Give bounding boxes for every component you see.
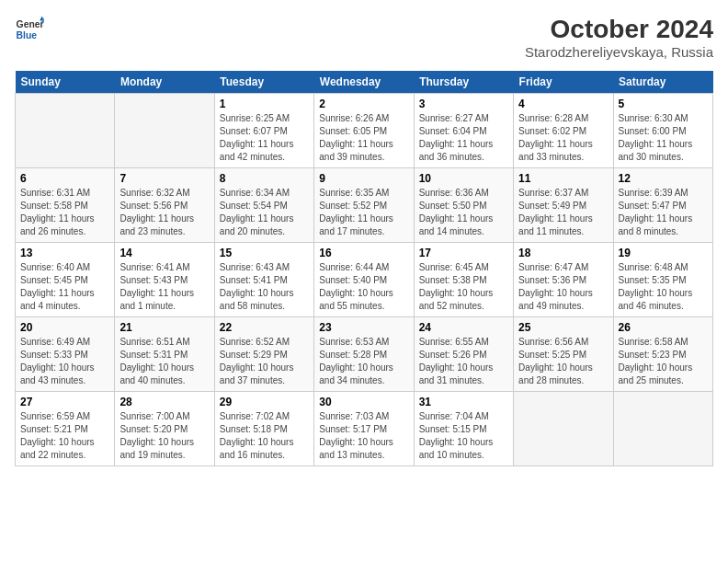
day-info: Sunrise: 6:56 AMSunset: 5:25 PMDaylight:… [518,336,608,387]
calendar-cell: 9Sunrise: 6:35 AMSunset: 5:52 PMDaylight… [314,168,414,243]
page-subtitle: Starodzhereliyevskaya, Russia [525,44,713,60]
day-info: Sunrise: 6:47 AMSunset: 5:36 PMDaylight:… [518,261,608,313]
day-number: 29 [220,396,309,408]
calendar-cell: 22Sunrise: 6:52 AMSunset: 5:29 PMDayligh… [214,317,313,392]
calendar-cell: 29Sunrise: 7:02 AMSunset: 5:18 PMDayligh… [214,392,313,466]
header-wednesday: Wednesday [314,71,414,94]
calendar-cell: 12Sunrise: 6:39 AMSunset: 5:47 PMDayligh… [613,168,712,243]
calendar-cell: 17Sunrise: 6:45 AMSunset: 5:38 PMDayligh… [414,243,513,317]
day-number: 31 [419,396,508,408]
calendar-cell: 3Sunrise: 6:27 AMSunset: 6:04 PMDaylight… [414,94,513,168]
calendar-cell: 25Sunrise: 6:56 AMSunset: 5:25 PMDayligh… [514,317,613,392]
calendar-cell: 10Sunrise: 6:36 AMSunset: 5:50 PMDayligh… [414,168,513,243]
day-info: Sunrise: 6:40 AMSunset: 5:45 PMDaylight:… [20,261,109,313]
day-info: Sunrise: 6:26 AMSunset: 6:05 PMDaylight:… [319,112,408,164]
calendar-cell: 31Sunrise: 7:04 AMSunset: 5:15 PMDayligh… [414,392,513,466]
calendar-table: SundayMondayTuesdayWednesdayThursdayFrid… [15,71,713,466]
day-number: 4 [518,98,608,110]
day-info: Sunrise: 6:52 AMSunset: 5:29 PMDaylight:… [220,336,309,387]
day-info: Sunrise: 6:34 AMSunset: 5:54 PMDaylight:… [220,187,309,238]
day-info: Sunrise: 6:55 AMSunset: 5:26 PMDaylight:… [419,336,508,387]
day-info: Sunrise: 6:32 AMSunset: 5:56 PMDaylight:… [119,187,209,238]
day-number: 12 [619,172,708,185]
day-number: 30 [319,396,408,408]
calendar-cell: 28Sunrise: 7:00 AMSunset: 5:20 PMDayligh… [115,392,214,466]
day-info: Sunrise: 6:41 AMSunset: 5:43 PMDaylight:… [119,261,209,313]
calendar-cell: 15Sunrise: 6:43 AMSunset: 5:41 PMDayligh… [214,243,313,317]
day-number: 14 [119,247,209,259]
day-number: 7 [119,172,209,185]
day-number: 25 [518,321,608,334]
day-info: Sunrise: 7:00 AMSunset: 5:20 PMDaylight:… [119,410,209,462]
day-info: Sunrise: 6:51 AMSunset: 5:31 PMDaylight:… [119,336,209,387]
day-info: Sunrise: 6:45 AMSunset: 5:38 PMDaylight:… [419,261,508,313]
day-number: 6 [20,172,109,185]
calendar-cell: 27Sunrise: 6:59 AMSunset: 5:21 PMDayligh… [16,392,115,466]
calendar-cell: 24Sunrise: 6:55 AMSunset: 5:26 PMDayligh… [414,317,513,392]
day-info: Sunrise: 6:37 AMSunset: 5:49 PMDaylight:… [518,187,608,238]
logo-icon: General Blue [15,15,44,44]
svg-text:General: General [17,19,44,29]
day-info: Sunrise: 6:44 AMSunset: 5:40 PMDaylight:… [319,261,408,313]
day-number: 22 [220,321,309,334]
calendar-week-row: 1Sunrise: 6:25 AMSunset: 6:07 PMDaylight… [16,94,713,168]
day-number: 3 [419,98,508,110]
calendar-cell: 6Sunrise: 6:31 AMSunset: 5:58 PMDaylight… [16,168,115,243]
day-info: Sunrise: 6:25 AMSunset: 6:07 PMDaylight:… [220,112,309,164]
day-info: Sunrise: 6:39 AMSunset: 5:47 PMDaylight:… [619,187,708,238]
calendar-cell [514,392,613,466]
day-number: 19 [619,247,708,259]
calendar-cell [613,392,712,466]
day-info: Sunrise: 6:35 AMSunset: 5:52 PMDaylight:… [319,187,408,238]
day-info: Sunrise: 7:03 AMSunset: 5:17 PMDaylight:… [319,410,408,462]
page-title: October 2024 [525,15,713,44]
day-info: Sunrise: 6:53 AMSunset: 5:28 PMDaylight:… [319,336,408,387]
day-info: Sunrise: 7:04 AMSunset: 5:15 PMDaylight:… [419,410,508,462]
day-number: 17 [419,247,508,259]
calendar-cell: 19Sunrise: 6:48 AMSunset: 5:35 PMDayligh… [613,243,712,317]
header: General Blue October 2024 Starodzhereliy… [15,15,713,60]
logo: General Blue [15,15,44,44]
day-info: Sunrise: 6:30 AMSunset: 6:00 PMDaylight:… [619,112,708,164]
day-info: Sunrise: 6:28 AMSunset: 6:02 PMDaylight:… [518,112,608,164]
day-number: 15 [220,247,309,259]
svg-text:Blue: Blue [17,30,38,40]
header-monday: Monday [115,71,214,94]
calendar-cell: 7Sunrise: 6:32 AMSunset: 5:56 PMDaylight… [115,168,214,243]
day-number: 10 [419,172,508,185]
calendar-cell: 5Sunrise: 6:30 AMSunset: 6:00 PMDaylight… [613,94,712,168]
day-number: 1 [220,98,309,110]
header-friday: Friday [514,71,613,94]
calendar-cell: 20Sunrise: 6:49 AMSunset: 5:33 PMDayligh… [16,317,115,392]
calendar-cell: 23Sunrise: 6:53 AMSunset: 5:28 PMDayligh… [314,317,414,392]
day-number: 2 [319,98,408,110]
calendar-week-row: 13Sunrise: 6:40 AMSunset: 5:45 PMDayligh… [16,243,713,317]
calendar-cell: 14Sunrise: 6:41 AMSunset: 5:43 PMDayligh… [115,243,214,317]
calendar-cell: 1Sunrise: 6:25 AMSunset: 6:07 PMDaylight… [214,94,313,168]
calendar-cell: 30Sunrise: 7:03 AMSunset: 5:17 PMDayligh… [314,392,414,466]
calendar-cell: 4Sunrise: 6:28 AMSunset: 6:02 PMDaylight… [514,94,613,168]
day-info: Sunrise: 6:43 AMSunset: 5:41 PMDaylight:… [220,261,309,313]
day-number: 5 [619,98,708,110]
header-sunday: Sunday [16,71,115,94]
day-info: Sunrise: 6:27 AMSunset: 6:04 PMDaylight:… [419,112,508,164]
title-area: October 2024 Starodzhereliyevskaya, Russ… [525,15,713,60]
day-number: 18 [518,247,608,259]
day-number: 8 [220,172,309,185]
day-number: 23 [319,321,408,334]
day-info: Sunrise: 6:48 AMSunset: 5:35 PMDaylight:… [619,261,708,313]
day-number: 27 [20,396,109,408]
day-number: 24 [419,321,508,334]
day-number: 16 [319,247,408,259]
calendar-week-row: 27Sunrise: 6:59 AMSunset: 5:21 PMDayligh… [16,392,713,466]
day-info: Sunrise: 7:02 AMSunset: 5:18 PMDaylight:… [220,410,309,462]
calendar-week-row: 20Sunrise: 6:49 AMSunset: 5:33 PMDayligh… [16,317,713,392]
day-info: Sunrise: 6:49 AMSunset: 5:33 PMDaylight:… [20,336,109,387]
calendar-cell: 8Sunrise: 6:34 AMSunset: 5:54 PMDaylight… [214,168,313,243]
calendar-cell: 11Sunrise: 6:37 AMSunset: 5:49 PMDayligh… [514,168,613,243]
calendar-week-row: 6Sunrise: 6:31 AMSunset: 5:58 PMDaylight… [16,168,713,243]
header-saturday: Saturday [613,71,712,94]
day-info: Sunrise: 6:36 AMSunset: 5:50 PMDaylight:… [419,187,508,238]
calendar-cell: 16Sunrise: 6:44 AMSunset: 5:40 PMDayligh… [314,243,414,317]
calendar-header-row: SundayMondayTuesdayWednesdayThursdayFrid… [16,71,713,94]
